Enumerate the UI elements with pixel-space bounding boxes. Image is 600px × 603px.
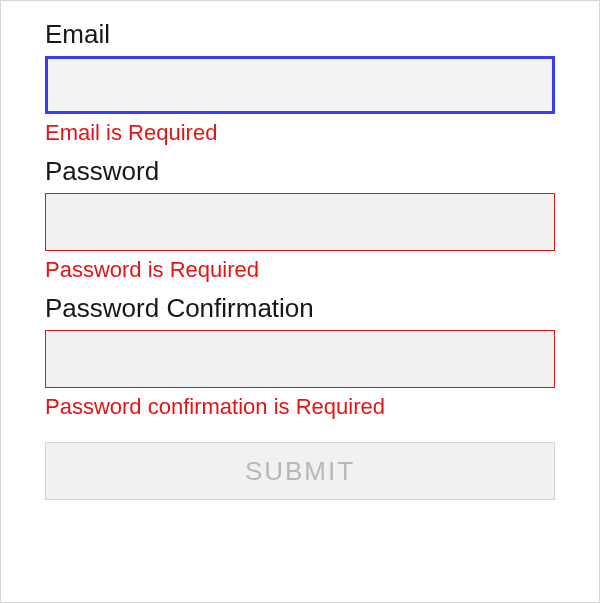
submit-button[interactable]: SUBMIT — [45, 442, 555, 500]
email-field[interactable] — [45, 56, 555, 114]
email-label: Email — [45, 19, 555, 50]
password-confirm-error-text: Password confirmation is Required — [45, 394, 555, 420]
password-error-text: Password is Required — [45, 257, 555, 283]
email-error-text: Email is Required — [45, 120, 555, 146]
password-confirm-label: Password Confirmation — [45, 293, 555, 324]
password-confirm-field[interactable] — [45, 330, 555, 388]
password-label: Password — [45, 156, 555, 187]
password-field[interactable] — [45, 193, 555, 251]
signup-form: Email Email is Required Password Passwor… — [0, 0, 600, 603]
